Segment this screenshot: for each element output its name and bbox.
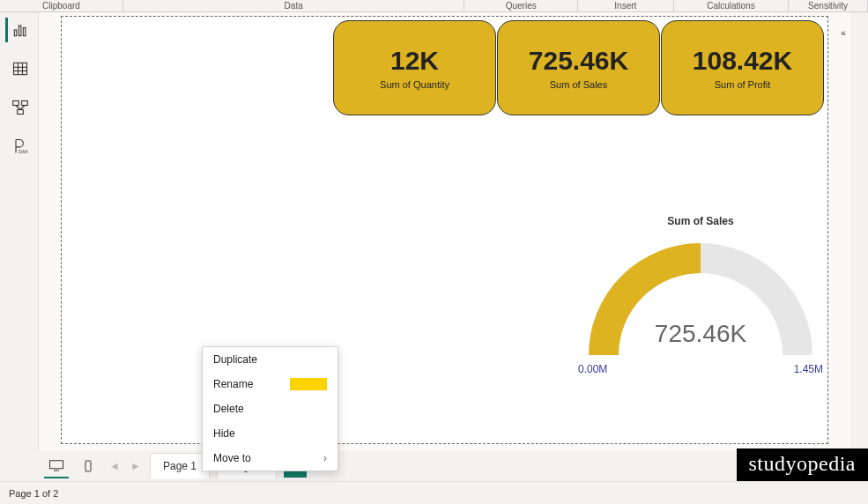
svg-rect-3 <box>14 63 27 74</box>
ribbon-group-label: Clipboard <box>0 0 123 11</box>
ribbon-group-labels: ClipboardDataQueriesInsertCalculationsSe… <box>0 0 868 12</box>
kpi-card-quantity[interactable]: 12K Sum of Quantity <box>333 20 496 115</box>
svg-rect-9 <box>22 101 28 106</box>
kpi-value: 108.42K <box>693 46 792 76</box>
kpi-value: 725.46K <box>529 46 628 76</box>
kpi-label: Sum of Sales <box>550 79 607 90</box>
menu-hide[interactable]: Hide <box>203 421 338 446</box>
kpi-cards-row: 12K Sum of Quantity 725.46K Sum of Sales… <box>333 20 824 115</box>
svg-rect-8 <box>13 101 19 106</box>
menu-rename[interactable]: Rename <box>203 372 338 397</box>
dax-view-icon[interactable]: DAX <box>5 134 33 159</box>
page-indicator: Page 1 of 2 <box>9 488 58 499</box>
table-view-icon[interactable] <box>5 56 33 81</box>
gauge-scale-labels: 0.00M 1.45M <box>573 363 828 375</box>
highlight-box <box>290 378 327 390</box>
chevron-right-icon: › <box>323 452 327 464</box>
report-canvas-area: 12K Sum of Quantity 725.46K Sum of Sales… <box>39 12 850 450</box>
kpi-value: 12K <box>390 46 439 76</box>
svg-rect-16 <box>85 461 91 471</box>
gauge-visual[interactable]: Sum of Sales 725.46K 0.00M 1.45M <box>573 215 828 375</box>
svg-rect-10 <box>18 110 24 115</box>
gauge-max: 1.45M <box>794 363 823 375</box>
svg-rect-0 <box>14 30 17 36</box>
page-context-menu: Duplicate Rename Delete Hide Move to› <box>202 346 338 471</box>
kpi-label: Sum of Profit <box>715 79 771 90</box>
svg-rect-1 <box>19 26 21 36</box>
gauge-min: 0.00M <box>578 363 607 375</box>
ribbon-group-label: Insert <box>578 0 674 11</box>
gauge-title: Sum of Sales <box>573 215 828 227</box>
mobile-layout-icon[interactable] <box>76 454 100 478</box>
svg-rect-2 <box>23 28 26 36</box>
ribbon-group-label: Calculations <box>674 0 789 11</box>
left-nav-rail: DAX <box>0 12 39 450</box>
chevron-left-icon[interactable]: « <box>841 28 846 38</box>
ribbon-group-label: Data <box>123 0 465 11</box>
menu-duplicate[interactable]: Duplicate <box>203 347 338 372</box>
ribbon-group-label: Queries <box>464 0 578 11</box>
svg-line-12 <box>20 106 25 110</box>
svg-rect-14 <box>50 460 63 468</box>
model-view-icon[interactable] <box>5 95 33 120</box>
status-bar: Page 1 of 2 <box>0 481 868 504</box>
kpi-card-profit[interactable]: 108.42K Sum of Profit <box>661 20 824 115</box>
svg-text:DAX: DAX <box>19 149 28 154</box>
page-tab-1[interactable]: Page 1 <box>150 453 210 478</box>
gauge-arc: 725.46K <box>582 236 820 368</box>
report-canvas[interactable]: 12K Sum of Quantity 725.46K Sum of Sales… <box>61 16 828 444</box>
watermark-logo: studyopedia <box>737 448 868 481</box>
kpi-label: Sum of Quantity <box>380 79 449 90</box>
ribbon-group-label: Sensitivity <box>789 0 868 11</box>
kpi-card-sales[interactable]: 725.46K Sum of Sales <box>497 20 660 115</box>
menu-move-to[interactable]: Move to› <box>203 446 338 471</box>
menu-delete[interactable]: Delete <box>203 397 338 421</box>
desktop-layout-icon[interactable] <box>44 454 69 478</box>
gauge-center-value: 725.46K <box>655 320 747 347</box>
next-page-arrow[interactable]: ► <box>129 460 143 472</box>
right-pane-flyout[interactable]: « <box>838 28 849 38</box>
report-view-icon[interactable] <box>5 18 33 42</box>
svg-line-11 <box>16 106 20 110</box>
prev-page-arrow[interactable]: ◄ <box>108 460 122 472</box>
